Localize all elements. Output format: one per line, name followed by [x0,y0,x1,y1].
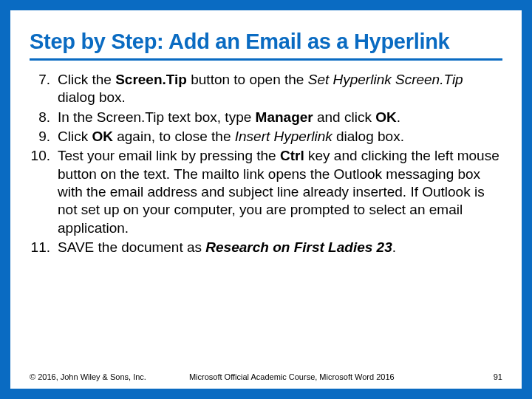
list-item: 9.Click OK again, to close the Insert Hy… [30,128,502,146]
slide-footer: © 2016, John Wiley & Sons, Inc. Microsof… [30,372,502,381]
step-list: 7.Click the Screen.Tip button to open th… [30,71,502,256]
step-text: In the Screen.Tip text box, type Manager… [58,109,502,126]
step-number: 9. [30,128,58,146]
footer-course: Microsoft Official Academic Course, Micr… [189,372,494,381]
list-item: 10.Test your email link by pressing the … [30,147,502,237]
step-text: Click the Screen.Tip button to open the … [58,71,502,107]
step-text: Test your email link by pressing the Ctr… [58,147,502,237]
footer-copyright: © 2016, John Wiley & Sons, Inc. [30,372,146,381]
list-item: 7.Click the Screen.Tip button to open th… [30,71,502,107]
list-item: 11.SAVE the document as Research on Firs… [30,239,502,256]
footer-page-number: 91 [494,372,502,381]
step-number: 8. [30,109,58,126]
slide-body: 7.Click the Screen.Tip button to open th… [30,71,502,256]
slide-title: Step by Step: Add an Email as a Hyperlin… [30,30,502,61]
step-text: Click OK again, to close the Insert Hype… [58,128,502,146]
step-number: 7. [30,71,58,107]
list-item: 8.In the Screen.Tip text box, type Manag… [30,109,502,126]
slide: Step by Step: Add an Email as a Hyperlin… [0,0,532,399]
step-text: SAVE the document as Research on First L… [58,239,502,256]
step-number: 10. [30,147,58,237]
step-number: 11. [30,239,58,256]
